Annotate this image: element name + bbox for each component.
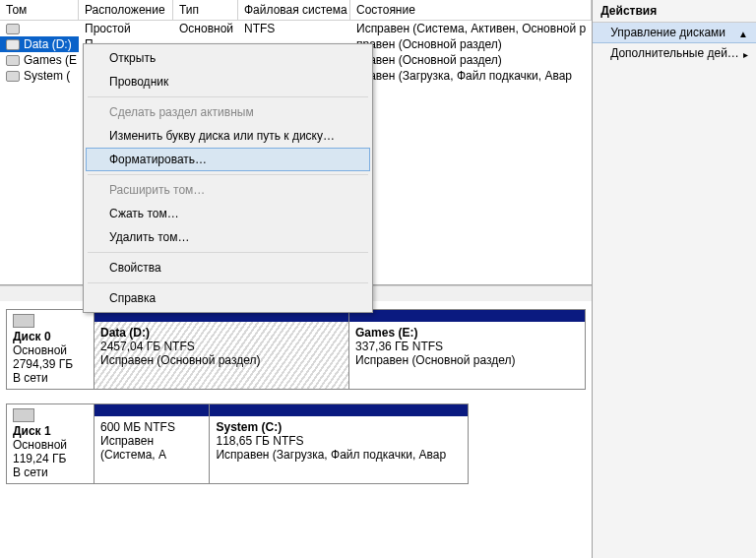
part-status: Исправен (Система, А — [100, 434, 203, 462]
disk-block: Диск 0 Основной 2794,39 ГБ В сети Data (… — [6, 309, 586, 390]
volume-icon — [6, 39, 20, 50]
chevron-right-icon: ▸ — [743, 49, 748, 60]
menu-format[interactable]: Форматировать… — [86, 148, 370, 171]
menu-separator — [88, 96, 368, 97]
part-size: 600 МБ NTFS — [100, 420, 203, 434]
actions-header: Действия — [593, 0, 756, 23]
menu-explorer[interactable]: Проводник — [86, 70, 370, 93]
part-title: System (C:) — [216, 420, 462, 434]
menu-separator — [88, 252, 368, 253]
partition[interactable]: Games (E:) 337,36 ГБ NTFS Исправен (Осно… — [349, 310, 585, 389]
vol-name: System ( — [24, 69, 70, 83]
menu-make-active: Сделать раздел активным — [86, 100, 370, 124]
menu-properties[interactable]: Свойства — [86, 256, 370, 279]
col-filesystem[interactable]: Файловая система — [238, 0, 350, 20]
menu-extend: Расширить том… — [86, 178, 370, 202]
disk-type: Основной — [13, 438, 88, 452]
disk-online: В сети — [13, 371, 88, 385]
menu-open[interactable]: Открыть — [86, 46, 370, 70]
action-label: Дополнительные дей… — [610, 46, 739, 60]
partition-row: Data (D:) 2457,04 ГБ NTFS Исправен (Осно… — [94, 309, 586, 390]
menu-help[interactable]: Справка — [86, 286, 370, 310]
col-location[interactable]: Расположение — [79, 0, 173, 20]
volume-row[interactable]: Простой Основной NTFS Исправен (Система,… — [0, 21, 592, 36]
vol-name: Games (E — [24, 53, 77, 67]
col-type[interactable]: Тип — [173, 0, 238, 20]
grid-header: Том Расположение Тип Файловая система Со… — [0, 0, 592, 21]
part-status: Исправен (Загрузка, Файл подкачки, Авар — [216, 448, 462, 462]
menu-delete[interactable]: Удалить том… — [86, 225, 370, 249]
part-size: 2457,04 ГБ NTFS — [100, 340, 343, 353]
col-status[interactable]: Состояние — [350, 0, 592, 20]
menu-separator — [88, 174, 368, 175]
volume-icon — [6, 71, 20, 82]
part-status: Исправен (Основной раздел) — [355, 353, 579, 367]
disk-size: 119,24 ГБ — [13, 452, 88, 465]
partition-stripe — [210, 404, 468, 416]
part-title: Data (D:) — [100, 326, 343, 340]
volume-icon — [6, 24, 20, 34]
menu-separator — [88, 282, 368, 283]
part-size: 118,65 ГБ NTFS — [216, 434, 462, 448]
partition-row: 600 МБ NTFS Исправен (Система, А System … — [94, 403, 469, 484]
disk-online: В сети — [13, 465, 88, 479]
disk-size: 2794,39 ГБ — [13, 357, 88, 371]
action-label: Управление дисками — [610, 26, 725, 39]
partition[interactable]: Data (D:) 2457,04 ГБ NTFS Исправен (Осно… — [94, 310, 349, 389]
disk-block: Диск 1 Основной 119,24 ГБ В сети 600 МБ … — [6, 403, 586, 484]
disk-meta[interactable]: Диск 1 Основной 119,24 ГБ В сети — [6, 403, 94, 484]
menu-shrink[interactable]: Сжать том… — [86, 202, 370, 225]
action-more[interactable]: Дополнительные дей… ▸ — [593, 43, 756, 63]
partition-stripe — [349, 310, 585, 322]
collapse-icon: ▲ — [738, 29, 748, 39]
part-size: 337,36 ГБ NTFS — [355, 340, 579, 353]
part-status: Исправен (Основной раздел) — [100, 353, 343, 367]
partition-stripe — [94, 404, 209, 416]
part-title: Games (E:) — [355, 326, 579, 340]
disk-type: Основной — [13, 343, 88, 357]
disk-label: Диск 1 — [13, 424, 88, 438]
volume-icon — [6, 55, 20, 66]
partition[interactable]: System (C:) 118,65 ГБ NTFS Исправен (Заг… — [210, 404, 468, 483]
disk-label: Диск 0 — [13, 330, 88, 343]
context-menu: Открыть Проводник Сделать раздел активны… — [83, 43, 373, 313]
disk-icon — [13, 314, 34, 328]
disk-meta[interactable]: Диск 0 Основной 2794,39 ГБ В сети — [6, 309, 94, 390]
menu-change-letter[interactable]: Изменить букву диска или путь к диску… — [86, 124, 370, 148]
disk-icon — [13, 408, 34, 422]
partition[interactable]: 600 МБ NTFS Исправен (Система, А — [94, 404, 210, 483]
vol-name: Data (D:) — [24, 37, 72, 51]
disk-graphical-panel: Диск 0 Основной 2794,39 ГБ В сети Data (… — [0, 301, 592, 558]
actions-panel: Действия Управление дисками ▲ Дополнител… — [593, 0, 756, 558]
action-disk-management[interactable]: Управление дисками ▲ — [593, 23, 756, 43]
col-volume[interactable]: Том — [0, 0, 79, 20]
